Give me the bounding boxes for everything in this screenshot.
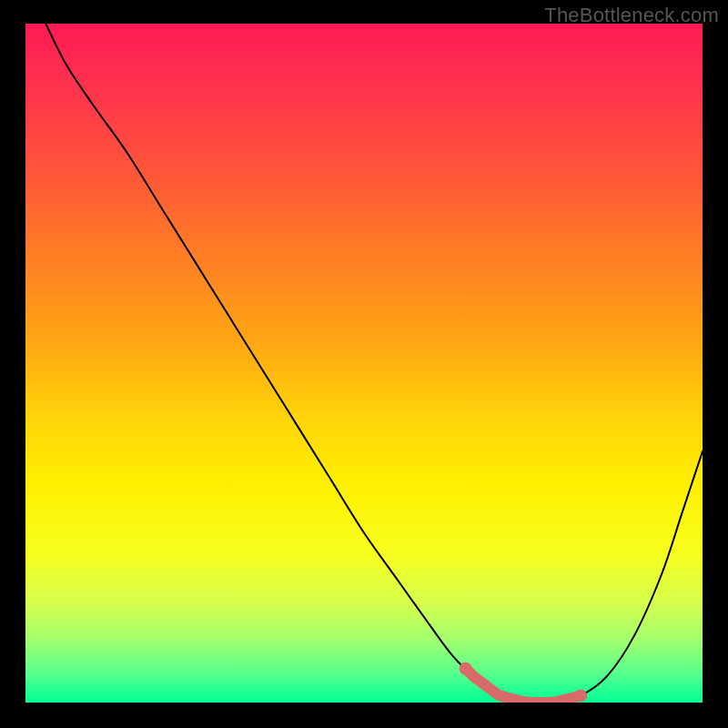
bottleneck-curve (25, 24, 703, 703)
curve-path (46, 24, 703, 703)
chart-frame: TheBottleneck.com (0, 0, 728, 728)
plot-area (25, 24, 703, 703)
flat-region-end-dot (574, 690, 587, 703)
watermark-text: TheBottleneck.com (544, 4, 719, 27)
flat-region-start-dot (460, 662, 472, 675)
flat-region-highlight (466, 669, 581, 703)
